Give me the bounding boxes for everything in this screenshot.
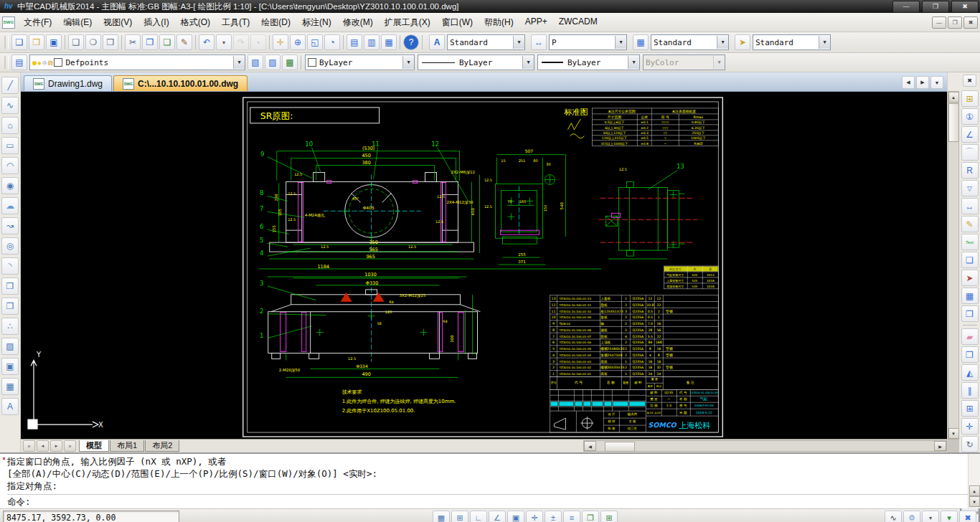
line-icon[interactable]: ╱	[1, 77, 19, 94]
title-block-icon[interactable]: ❐	[961, 305, 979, 322]
menu-item-格式(O)[interactable]: 格式(O)	[175, 14, 216, 31]
scroll-up-icon[interactable]: ▲	[969, 485, 980, 496]
undo-dropdown-icon[interactable]: ▾	[216, 34, 232, 50]
properties-palette-icon[interactable]: ▤	[347, 34, 362, 50]
surface-finish-icon[interactable]: ▽	[961, 180, 979, 196]
table-style-select[interactable]: Standard ▼	[651, 34, 729, 50]
lock-icon[interactable]: ⋒	[47, 59, 53, 67]
match-properties-icon[interactable]: ✎	[176, 34, 192, 50]
paste-icon[interactable]: ❏	[159, 34, 175, 50]
text-tool-icon[interactable]: Text	[961, 234, 979, 250]
copy-icon[interactable]: ❐	[142, 34, 158, 50]
tab-scroll-right-icon[interactable]: ▶	[916, 76, 929, 89]
copy-object-icon[interactable]: ❐	[961, 346, 979, 363]
grid-icon[interactable]: ⊞	[451, 511, 468, 522]
balloon-icon[interactable]: ①	[961, 108, 979, 125]
make-block-icon[interactable]: ❐	[1, 298, 19, 315]
color-select[interactable]: ByLayer ▼	[305, 54, 415, 70]
otrack-icon[interactable]: ✛	[526, 511, 543, 522]
menu-item-扩展工具(X)[interactable]: 扩展工具(X)	[379, 14, 436, 31]
menu-item-修改(M)[interactable]: 修改(M)	[337, 14, 379, 31]
close-button[interactable]: ✖	[951, 1, 979, 13]
chevron-down-icon[interactable]: ▼	[402, 56, 414, 69]
ortho-icon[interactable]: ∟	[470, 511, 487, 522]
redo-dropdown-icon[interactable]: ▾	[250, 34, 266, 50]
scroll-thumb[interactable]	[605, 442, 635, 452]
bom-table-icon[interactable]: ▦	[961, 288, 979, 304]
dim-radius-icon[interactable]: R	[961, 162, 979, 179]
revision-cloud-icon[interactable]: ☁	[1, 197, 19, 214]
cut-icon[interactable]: ✂	[125, 34, 141, 50]
offset-icon[interactable]: ∥	[961, 382, 979, 399]
zoom-window-icon[interactable]: ◱	[307, 34, 323, 50]
command-window[interactable]: ✖ 指定窗口的角点, 输入比例因子 (nX 或 nXP), 或者 [全部(A)/…	[0, 452, 980, 508]
announce-icon[interactable]: ➤	[961, 270, 979, 286]
design-center-icon[interactable]: ▥	[364, 34, 380, 50]
eplot-icon[interactable]: ❒	[103, 34, 118, 50]
menu-item-文件(F)[interactable]: 文件(F)	[18, 14, 57, 31]
snap-icon[interactable]: ▦	[433, 511, 450, 522]
command-close-icon[interactable]: ✖	[1, 455, 7, 462]
doc-close-icon[interactable]: ✖	[963, 16, 978, 29]
command-input[interactable]: 命令:	[7, 494, 968, 508]
circle-icon[interactable]: ◉	[1, 177, 19, 194]
linetype-select[interactable]: ByLayer ▼	[418, 54, 534, 70]
zwcad-status-icon[interactable]: ∿	[885, 511, 902, 522]
annotation-icon[interactable]: ⊞	[600, 511, 618, 522]
tab-scroll-left-icon[interactable]: ◀	[902, 76, 915, 89]
erase-icon[interactable]: ▰	[961, 328, 979, 345]
save-icon[interactable]: ▣	[46, 34, 62, 50]
polar-icon[interactable]: ∠	[489, 511, 506, 522]
doc-minimize-icon[interactable]: —	[932, 16, 946, 29]
tab-layout1[interactable]: 布局1	[110, 440, 144, 452]
command-scrollbar[interactable]: ▲ ▼	[968, 454, 980, 508]
menu-item-视图(V)[interactable]: 视图(V)	[98, 14, 138, 31]
layer-previous-icon[interactable]: ▨	[265, 54, 281, 70]
toolbar-grip[interactable]	[4, 56, 9, 69]
lineweight-icon[interactable]: ≡	[563, 511, 580, 522]
lineweight-select[interactable]: ByLayer ▼	[537, 54, 640, 70]
mirror-icon[interactable]: ◭	[961, 364, 979, 381]
pan-icon[interactable]: ✛	[273, 34, 288, 50]
close-drawing-icon[interactable]: ✖	[963, 75, 976, 87]
bulb-icon[interactable]: ●	[32, 59, 37, 67]
tab-list-icon[interactable]: ▼	[930, 76, 943, 89]
first-layout-icon[interactable]: «	[23, 440, 35, 452]
model-space-icon[interactable]: ❐	[582, 511, 599, 522]
scroll-down-icon[interactable]: ▼	[969, 496, 980, 507]
rotate-icon[interactable]: ↻	[961, 436, 979, 452]
open-icon[interactable]: ❒	[29, 34, 44, 50]
ellipse-icon[interactable]: ◎	[1, 237, 19, 255]
rectangle-icon[interactable]: ▭	[1, 137, 19, 154]
menu-item-ZWCADM[interactable]: ZWCADM	[553, 14, 603, 31]
plot-preview-icon[interactable]: ❍	[85, 34, 101, 50]
polygon-icon[interactable]: ⌂	[1, 117, 19, 134]
spline-icon[interactable]: ↝	[1, 217, 19, 234]
chevron-down-icon[interactable]: ▼	[522, 56, 534, 69]
scroll-down-icon[interactable]: ▼	[948, 428, 959, 439]
layer-manager-icon[interactable]: ▤	[11, 54, 27, 70]
chevron-down-icon[interactable]: ▼	[615, 36, 626, 49]
prev-layout-icon[interactable]: ◂	[37, 440, 49, 452]
new-icon[interactable]: ❏	[11, 34, 27, 50]
chevron-down-icon[interactable]: ▼	[717, 36, 728, 49]
doc-restore-icon[interactable]: ❐	[948, 16, 962, 29]
tab-yz3010[interactable]: DWG C:\...10.10.100.01.00.dwg	[113, 75, 248, 91]
settings-gear-icon[interactable]: ⚙	[903, 511, 920, 522]
dim-style-select[interactable]: P ▼	[549, 34, 627, 50]
move-icon[interactable]: ✛	[961, 418, 979, 435]
help-icon[interactable]: ?	[403, 34, 419, 50]
chevron-down-icon[interactable]: ▼	[819, 36, 830, 49]
redo-icon[interactable]: ↷	[233, 34, 249, 50]
table-icon[interactable]: ▦	[1, 378, 19, 395]
tab-drawing1[interactable]: DWG Drawing1.dwg	[24, 75, 112, 91]
menu-item-工具(T)[interactable]: 工具(T)	[216, 14, 255, 31]
ellipse-arc-icon[interactable]: ◝	[1, 257, 19, 275]
mtext-icon[interactable]: A	[1, 398, 19, 415]
osnap-icon[interactable]: ▣	[507, 511, 524, 522]
scroll-track[interactable]	[596, 442, 934, 450]
insert-block-icon[interactable]: ❒	[1, 277, 19, 295]
scroll-up-icon[interactable]: ▲	[948, 92, 959, 103]
weld-symbol-icon[interactable]: ✎	[961, 216, 979, 232]
toolbar-grip[interactable]	[4, 36, 9, 49]
